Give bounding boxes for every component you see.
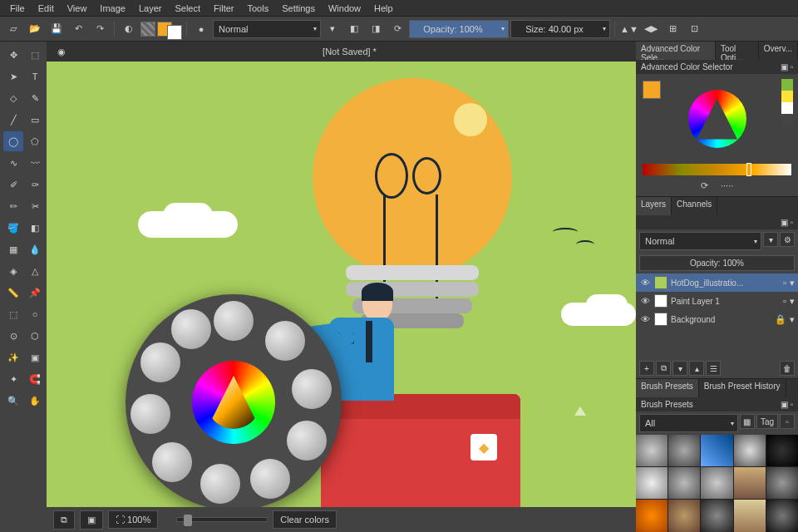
smart-patch-tool[interactable]: ◈ — [3, 261, 23, 281]
shape-tool[interactable]: ◇ — [3, 88, 23, 108]
tab-color-selector[interactable]: Advanced Color Sele... — [636, 42, 716, 60]
mirror-view-button[interactable]: ⧉ — [53, 510, 75, 530]
brush-preset[interactable] — [701, 467, 732, 499]
pan-tool[interactable]: ✋ — [25, 391, 45, 411]
more-icon[interactable]: ▾ — [790, 296, 795, 307]
brush-preset[interactable] — [766, 467, 798, 499]
freehand-select-tool[interactable]: ⊙ — [3, 326, 23, 346]
brush-preset[interactable] — [668, 435, 700, 466]
move-down-button[interactable]: ▾ — [672, 361, 687, 376]
add-layer-button[interactable]: + — [639, 361, 654, 376]
save-button[interactable]: 💾 — [47, 19, 66, 39]
popup-brush-slot[interactable] — [171, 309, 211, 349]
menu-edit[interactable]: Edit — [32, 2, 61, 15]
blend-mode-dropdown[interactable]: Normal — [213, 20, 321, 38]
popup-brush-slot[interactable] — [131, 394, 170, 434]
layer-properties-button[interactable]: ☰ — [706, 361, 721, 376]
layer-row[interactable]: 👁 Paint Layer 1 ▫ ▾ — [636, 292, 798, 310]
move-tool[interactable]: ✥ — [3, 45, 23, 65]
fill-tool[interactable]: 🪣 — [3, 218, 23, 238]
popup-brush-slot[interactable] — [200, 464, 240, 504]
clear-colors-button[interactable]: Clear colors — [273, 510, 337, 529]
color-history[interactable] — [781, 79, 793, 126]
popup-brush-slot[interactable] — [287, 421, 327, 461]
rect-select-tool[interactable]: ⬚ — [3, 304, 23, 324]
popup-color-wheel[interactable] — [192, 361, 275, 444]
delete-layer-button[interactable]: 🗑 — [780, 361, 795, 376]
refresh-history-icon[interactable]: ⟳ ····· — [639, 179, 795, 193]
brush-preset[interactable] — [636, 500, 667, 531]
measure-tool[interactable]: 📏 — [3, 283, 23, 303]
more-icon[interactable]: ▾ — [790, 314, 795, 325]
brush-preset[interactable] — [701, 500, 732, 531]
visibility-icon[interactable]: 👁 — [639, 278, 651, 288]
magnetic-select-tool[interactable]: 🧲 — [25, 369, 45, 389]
reload-preset-icon[interactable]: ⟳ — [387, 19, 407, 39]
size-field[interactable]: Size: 40.00 px — [510, 20, 610, 38]
multibrush-tool[interactable]: ✑ — [25, 175, 45, 195]
panel-controls-icon[interactable]: ▣ ▫ — [781, 400, 793, 409]
edit-shapes-tool[interactable]: ✏ — [3, 196, 23, 216]
bezier-tool[interactable]: ∿ — [3, 153, 23, 173]
zoom-tool[interactable]: 🔍 — [3, 391, 23, 411]
transform-tool[interactable]: ⬚ — [25, 45, 45, 65]
move-up-button[interactable]: ▴ — [689, 361, 704, 376]
brush-preset[interactable] — [734, 500, 766, 531]
pointer-tool[interactable]: ➤ — [3, 66, 23, 86]
tab-layers[interactable]: Layers — [636, 197, 672, 215]
popup-brush-slot[interactable] — [152, 442, 192, 482]
similar-select-tool[interactable]: ▣ — [25, 347, 45, 367]
hue-slider[interactable] — [643, 164, 791, 175]
tab-overview[interactable]: Overv... — [759, 42, 798, 60]
menu-tools[interactable]: Tools — [241, 2, 276, 15]
visibility-icon[interactable]: 👁 — [639, 296, 651, 306]
polygon-tool[interactable]: ⬠ — [25, 131, 45, 151]
new-button[interactable]: ▱ — [3, 19, 23, 39]
filter-icon[interactable]: ▾ — [763, 232, 778, 247]
brush-preset[interactable] — [766, 435, 798, 466]
line-tool[interactable]: ╱ — [3, 110, 23, 130]
tab-channels[interactable]: Channels — [672, 197, 717, 215]
rect-tool[interactable]: ▭ — [25, 110, 45, 130]
undo-button[interactable]: ↶ — [68, 19, 88, 39]
brush-preset[interactable] — [734, 435, 766, 466]
storage-icon[interactable]: ▫ — [780, 414, 795, 429]
popup-brush-slot[interactable] — [214, 301, 254, 341]
brush-preset[interactable] — [668, 467, 700, 499]
menu-layer[interactable]: Layer — [132, 2, 169, 15]
layer-blend-dropdown[interactable]: Normal — [639, 232, 761, 250]
canvas[interactable]: ◆ — [47, 62, 636, 507]
pattern-tool[interactable]: ▦ — [3, 239, 23, 259]
alpha-icon[interactable]: ▫ — [783, 296, 786, 306]
ellipse-select-tool[interactable]: ○ — [25, 304, 45, 324]
freehand-tool[interactable]: 〰 — [25, 153, 45, 173]
menu-window[interactable]: Window — [322, 2, 367, 15]
chevron-down-icon[interactable]: ▾ — [323, 19, 342, 39]
layer-row[interactable]: 👁 HotDog_illustratio... ▫ ▾ — [636, 273, 798, 292]
menu-select[interactable]: Select — [168, 2, 207, 15]
brush-preset[interactable] — [766, 500, 798, 531]
current-color-swatch[interactable] — [643, 81, 661, 99]
brush-preset[interactable] — [734, 467, 766, 499]
alpha-lock-icon[interactable]: ◨ — [366, 19, 386, 39]
layer-opacity-slider[interactable]: Opacity: 100% — [639, 255, 795, 271]
gradient-icon[interactable]: ◐ — [119, 19, 139, 39]
ellipse-tool[interactable]: ◯ — [3, 131, 23, 151]
color-picker-tool[interactable]: 💧 — [25, 239, 45, 259]
tab-brush-history[interactable]: Brush Preset History — [699, 379, 786, 397]
brush-preset[interactable] — [636, 435, 667, 466]
pattern-swatch[interactable] — [140, 22, 155, 37]
panel-controls-icon[interactable]: ▣ ▫ — [781, 218, 793, 227]
polygonal-select-tool[interactable]: ⬡ — [25, 326, 45, 346]
popup-brush-slot[interactable] — [250, 459, 290, 499]
rotation-slider[interactable] — [176, 517, 268, 522]
brush-filter-dropdown[interactable]: All — [639, 414, 738, 432]
contiguous-select-tool[interactable]: ✨ — [3, 347, 23, 367]
alpha-icon[interactable]: ▫ — [783, 278, 786, 288]
gradient-tool[interactable]: ◧ — [25, 218, 45, 238]
popup-brush-slot[interactable] — [292, 369, 332, 409]
zoom-display[interactable]: ⛶ 100% — [108, 510, 158, 529]
popup-brush-slot[interactable] — [265, 321, 305, 361]
tag-button[interactable]: Tag — [756, 414, 778, 429]
crop-tool[interactable]: ✂ — [25, 196, 45, 216]
